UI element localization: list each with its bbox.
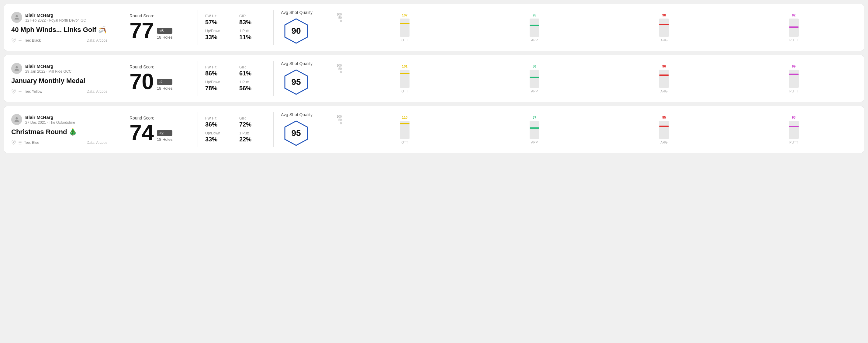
chart-outer: 100500110879593OTTAPPARGPUTT: [335, 115, 857, 144]
stat-value-fw-hit: 36%: [205, 121, 232, 128]
player-details: Blair McHarg12 Feb 2022 · Royal North De…: [25, 12, 86, 23]
bar-col-inner-ott: 107: [400, 13, 409, 37]
bar-col-inner-arg: 98: [659, 13, 669, 37]
x-label-app: APP: [471, 141, 598, 144]
bar-value-label-app: 95: [533, 13, 536, 17]
score-row: 70-218 Holes: [129, 70, 190, 92]
stat-label-fw-hit: FW Hit: [205, 116, 232, 120]
bar-col-ott: 110: [342, 116, 468, 139]
divider-2: [197, 112, 198, 147]
bar-col-putt: 82: [731, 13, 857, 37]
bar-line-arg: [659, 126, 669, 127]
score-label: Round Score: [129, 64, 190, 69]
stats-grid: FW Hit57%GIR83%Up/Down33%1 Putt11%: [205, 14, 266, 41]
hexagon-container: 95: [281, 120, 311, 147]
hexagon-container: 95: [281, 68, 311, 96]
bars-and-labels: 101869699OTTAPPARGPUTT: [342, 64, 857, 93]
stats-section: FW Hit36%GIR72%Up/Down33%1 Putt22%: [205, 116, 266, 143]
bar-value-label-ott: 101: [402, 64, 407, 68]
bar-col-inner-app: 87: [530, 116, 539, 139]
round-title: 40 Mph Winds... Links Golf 🪃: [11, 26, 107, 34]
stat-updown: Up/Down33%: [205, 29, 232, 41]
quality-section: Avg Shot Quality 90: [281, 10, 330, 45]
score-label: Round Score: [129, 116, 190, 120]
divider-1: [122, 61, 122, 96]
chart-inner: 100500101869699OTTAPPARGPUTT: [335, 64, 857, 93]
score-number: 74: [129, 122, 154, 144]
bar-line-arg: [659, 74, 669, 76]
bars-row: 110879593: [342, 115, 857, 139]
quality-number: 90: [291, 26, 301, 36]
player-details: Blair McHarg29 Jan 2022 · Mill Ride GCC: [25, 64, 71, 73]
x-labels-row: OTTAPPARGPUTT: [342, 38, 857, 42]
bar-value-label-ott: 110: [402, 116, 407, 119]
svg-point-4: [13, 90, 14, 91]
stat-oneputt: 1 Putt22%: [239, 131, 266, 143]
stat-label-gir: GIR: [239, 65, 266, 69]
hexagon-container: 90: [281, 17, 311, 45]
x-label-ott: OTT: [342, 38, 468, 42]
quality-label: Avg Shot Quality: [281, 10, 313, 15]
bar-col-inner-ott: 110: [400, 116, 409, 139]
score-badge-col: +518 Holes: [157, 28, 173, 41]
svg-point-7: [13, 141, 14, 142]
bar-col-inner-app: 95: [530, 13, 539, 37]
round-left-section: Blair McHarg27 Dec 2021 · The Oxfordshir…: [11, 114, 115, 145]
bars-row: 101869699: [342, 64, 857, 88]
chart-inner: 100500110879593OTTAPPARGPUTT: [335, 115, 857, 144]
round-card: Blair McHarg29 Jan 2022 · Mill Ride GCCJ…: [4, 55, 864, 102]
chart-section: 100500110879593OTTAPPARGPUTT: [330, 115, 857, 144]
stat-fw-hit: FW Hit36%: [205, 116, 232, 128]
bar-bg-app: [530, 19, 539, 37]
stat-value-oneputt: 11%: [239, 34, 266, 41]
quality-label: Avg Shot Quality: [281, 61, 313, 66]
bar-col-inner-arg: 95: [659, 116, 669, 139]
score-badge: -2: [157, 79, 173, 85]
stats-grid: FW Hit36%GIR72%Up/Down33%1 Putt22%: [205, 116, 266, 143]
bar-value-label-arg: 96: [662, 64, 666, 68]
stat-oneputt: 1 Putt56%: [239, 80, 266, 92]
quality-number: 95: [291, 128, 301, 138]
bar-col-inner-ott: 101: [400, 64, 409, 88]
bar-value-label-putt: 99: [792, 64, 796, 68]
bar-value-label-putt: 82: [792, 13, 796, 17]
stats-grid: FW Hit86%GIR61%Up/Down78%1 Putt56%: [205, 65, 266, 92]
stat-gir: GIR61%: [239, 65, 266, 77]
x-label-arg: ARG: [601, 141, 727, 144]
bar-col-inner-putt: 99: [789, 64, 799, 88]
bar-bg-putt: [789, 19, 799, 37]
stat-updown: Up/Down78%: [205, 80, 232, 92]
stat-label-oneputt: 1 Putt: [239, 131, 266, 135]
x-labels-row: OTTAPPARGPUTT: [342, 141, 857, 144]
chart-outer: 100500107959882OTTAPPARGPUTT: [335, 13, 857, 42]
quality-label: Avg Shot Quality: [281, 112, 313, 117]
stat-value-fw-hit: 86%: [205, 70, 232, 77]
score-number: 70: [129, 70, 154, 92]
stat-value-updown: 33%: [205, 136, 232, 143]
x-label-ott: OTT: [342, 141, 468, 144]
stat-value-gir: 83%: [239, 19, 266, 26]
x-label-arg: ARG: [601, 89, 727, 93]
score-number: 77: [129, 20, 154, 41]
x-label-putt: PUTT: [731, 38, 857, 42]
stat-gir: GIR83%: [239, 14, 266, 26]
tee-label: Tee: Yellow: [24, 89, 42, 94]
bar-bg-arg: [659, 70, 669, 88]
bar-col-putt: 99: [731, 64, 857, 88]
stat-value-gir: 72%: [239, 121, 266, 128]
tee-info: Tee: Blue: [11, 140, 39, 145]
score-holes: 18 Holes: [157, 86, 173, 91]
round-card: Blair McHarg27 Dec 2021 · The Oxfordshir…: [4, 106, 864, 153]
stat-label-gir: GIR: [239, 14, 266, 18]
avatar: [11, 114, 22, 125]
svg-point-1: [13, 39, 14, 40]
player-info: Blair McHarg27 Dec 2021 · The Oxfordshir…: [11, 114, 107, 125]
stat-label-oneputt: 1 Putt: [239, 80, 266, 84]
round-left-section: Blair McHarg12 Feb 2022 · Royal North De…: [11, 12, 115, 43]
tee-info: Tee: Yellow: [11, 89, 42, 94]
round-footer: Tee: BlueData: Arccos: [11, 140, 107, 145]
bar-col-inner-putt: 93: [789, 116, 799, 139]
score-section: Round Score77+518 Holes: [129, 13, 190, 41]
chart-inner: 100500107959882OTTAPPARGPUTT: [335, 13, 857, 42]
bar-bg-ott: [400, 19, 409, 37]
